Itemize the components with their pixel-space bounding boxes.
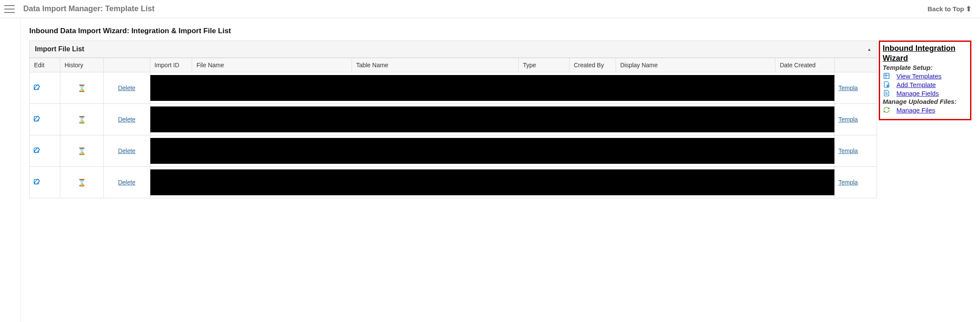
history-cell[interactable]: ⌛ bbox=[60, 104, 103, 135]
topbar-left: Data Import Manager: Template List bbox=[4, 4, 155, 13]
template-link[interactable]: Templa bbox=[838, 116, 858, 123]
main-flex: Import File List ▲ Edit History Import I… bbox=[29, 41, 971, 198]
panel-header: Import File List ▲ bbox=[29, 41, 877, 58]
delete-cell: Delete bbox=[103, 72, 150, 104]
edit-icon[interactable] bbox=[33, 116, 56, 123]
redacted-data bbox=[150, 72, 835, 104]
redacted-data bbox=[150, 104, 835, 135]
edit-cell[interactable] bbox=[30, 72, 60, 104]
template-cell: Templa bbox=[835, 104, 877, 135]
sidebar-link[interactable]: Manage Fields bbox=[896, 90, 939, 97]
import-file-table: Edit History Import ID File Name Table N… bbox=[29, 58, 877, 198]
col-history[interactable]: History bbox=[60, 58, 103, 72]
topbar: Data Import Manager: Template List Back … bbox=[0, 0, 980, 18]
fields-icon bbox=[883, 89, 890, 97]
col-display-name[interactable]: Display Name bbox=[616, 58, 775, 72]
sidebar-link-row: Manage Fields bbox=[883, 89, 968, 97]
content: Inbound Data Import Wizard: Integration … bbox=[21, 18, 980, 203]
delete-link[interactable]: Delete bbox=[118, 147, 135, 154]
page-title: Data Import Manager: Template List bbox=[23, 4, 155, 13]
template-cell: Templa bbox=[835, 167, 877, 198]
col-file-name[interactable]: File Name bbox=[192, 58, 352, 72]
col-edit[interactable]: Edit bbox=[30, 58, 60, 72]
template-link[interactable]: Templa bbox=[838, 147, 858, 154]
delete-cell: Delete bbox=[103, 167, 150, 198]
table-body: ⌛DeleteTempla⌛DeleteTempla⌛DeleteTempla⌛… bbox=[30, 72, 877, 198]
template-link[interactable]: Templa bbox=[838, 84, 858, 91]
add-doc-icon bbox=[883, 81, 890, 88]
table-area: Import File List ▲ Edit History Import I… bbox=[29, 41, 877, 198]
hourglass-icon[interactable]: ⌛ bbox=[78, 147, 86, 155]
collapse-arrow-icon[interactable]: ▲ bbox=[867, 47, 871, 52]
hourglass-icon[interactable]: ⌛ bbox=[78, 84, 86, 92]
table-header-row: Edit History Import ID File Name Table N… bbox=[30, 58, 877, 72]
history-cell[interactable]: ⌛ bbox=[60, 135, 103, 167]
panel-title: Import File List bbox=[35, 45, 84, 53]
delete-cell: Delete bbox=[103, 135, 150, 167]
table-icon bbox=[883, 72, 890, 80]
sidebar-link-row: Manage Files bbox=[883, 106, 968, 114]
left-rail bbox=[0, 18, 21, 203]
delete-cell: Delete bbox=[103, 104, 150, 135]
template-cell: Templa bbox=[835, 135, 877, 167]
history-cell[interactable]: ⌛ bbox=[60, 72, 103, 104]
col-import-id[interactable]: Import ID bbox=[150, 58, 192, 72]
delete-link[interactable]: Delete bbox=[118, 179, 135, 186]
back-to-top-label: Back to Top bbox=[927, 5, 964, 13]
table-row: ⌛DeleteTempla bbox=[30, 135, 877, 167]
col-action-blank bbox=[835, 58, 877, 72]
col-date-created[interactable]: Date Created bbox=[775, 58, 835, 72]
hamburger-menu-icon[interactable] bbox=[4, 5, 15, 13]
integration-wizard-sidebar: Inbound Integration Wizard Template Setu… bbox=[879, 41, 971, 120]
edit-cell[interactable] bbox=[30, 104, 60, 135]
hourglass-icon[interactable]: ⌛ bbox=[78, 179, 86, 186]
edit-cell[interactable] bbox=[30, 135, 60, 167]
sidebar-link[interactable]: Manage Files bbox=[896, 106, 935, 114]
sidebar-subhead-template-setup: Template Setup: bbox=[883, 64, 968, 71]
template-link[interactable]: Templa bbox=[838, 179, 858, 186]
sidebar-link-row: View Templates bbox=[883, 72, 968, 80]
sidebar-title: Inbound Integration Wizard bbox=[883, 44, 968, 63]
sidebar-link[interactable]: View Templates bbox=[896, 72, 942, 80]
table-row: ⌛DeleteTempla bbox=[30, 72, 877, 104]
edit-cell[interactable] bbox=[30, 167, 60, 198]
table-row: ⌛DeleteTempla bbox=[30, 104, 877, 135]
col-created-by[interactable]: Created By bbox=[569, 58, 616, 72]
redacted-data bbox=[150, 167, 835, 198]
redacted-data bbox=[150, 135, 835, 167]
delete-link[interactable]: Delete bbox=[118, 84, 135, 91]
delete-link[interactable]: Delete bbox=[118, 116, 135, 123]
sidebar-subhead-manage-uploaded: Manage Uploaded Files: bbox=[883, 98, 968, 105]
arrow-up-icon: ⬆ bbox=[966, 5, 971, 13]
sidebar-link-row: Add Template bbox=[883, 81, 968, 88]
col-type[interactable]: Type bbox=[519, 58, 569, 72]
section-heading: Inbound Data Import Wizard: Integration … bbox=[29, 27, 971, 35]
svg-rect-4 bbox=[884, 73, 889, 78]
sidebar-link[interactable]: Add Template bbox=[896, 81, 936, 88]
hourglass-icon[interactable]: ⌛ bbox=[78, 116, 86, 123]
edit-icon[interactable] bbox=[33, 178, 56, 186]
history-cell[interactable]: ⌛ bbox=[60, 167, 103, 198]
col-table-name[interactable]: Table Name bbox=[352, 58, 518, 72]
table-row: ⌛DeleteTempla bbox=[30, 167, 877, 198]
back-to-top-link[interactable]: Back to Top ⬆ bbox=[927, 5, 971, 13]
edit-icon[interactable] bbox=[33, 147, 56, 155]
refresh-icon bbox=[883, 106, 890, 114]
edit-icon[interactable] bbox=[33, 84, 56, 92]
template-cell: Templa bbox=[835, 72, 877, 104]
col-delete-blank bbox=[103, 58, 150, 72]
